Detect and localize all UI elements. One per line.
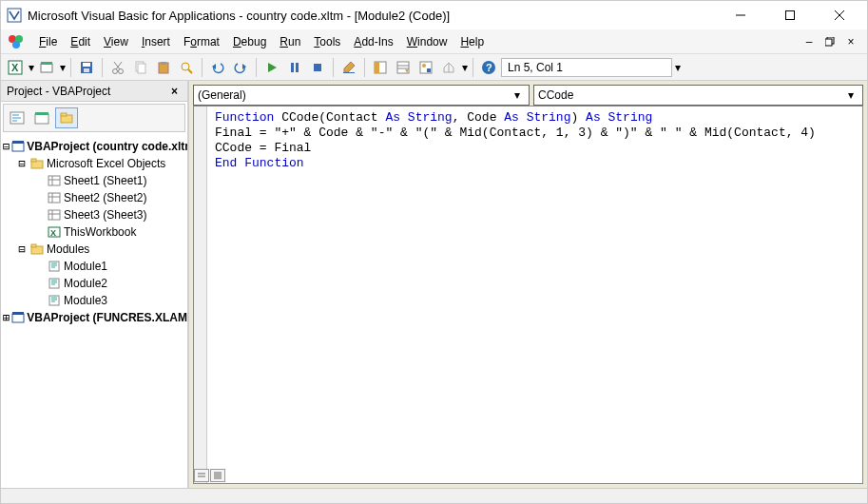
chevron-down-icon[interactable]: ▾	[843, 88, 858, 102]
copy-icon[interactable]	[130, 57, 151, 78]
svg-rect-22	[138, 64, 145, 73]
project-tree[interactable]: ⊟ VBAProject (country code.xltm) ⊟ Micro…	[1, 134, 187, 488]
app-icon	[7, 8, 22, 23]
project-icon	[11, 311, 25, 324]
menu-view[interactable]: View	[98, 31, 134, 52]
menu-help[interactable]: Help	[454, 31, 490, 52]
vba-icon	[7, 32, 26, 51]
tree-module2[interactable]: Module2	[1, 275, 187, 292]
project-explorer: Project - VBAProject × ⊟ VBAProject (cou…	[1, 81, 189, 488]
project-explorer-icon[interactable]	[370, 57, 391, 78]
svg-rect-24	[161, 62, 166, 65]
svg-rect-16	[84, 68, 89, 72]
svg-rect-32	[314, 64, 321, 71]
insert-userform-icon[interactable]	[36, 57, 57, 78]
undo-icon[interactable]	[207, 57, 228, 78]
menu-edit[interactable]: Edit	[65, 31, 96, 52]
view-code-icon[interactable]	[6, 107, 29, 128]
tree-module3[interactable]: Module3	[1, 292, 187, 309]
code-area: (General) ▾ CCode ▾ Function CCode(Conta…	[189, 81, 867, 488]
properties-icon[interactable]	[393, 57, 414, 78]
menu-file[interactable]: File	[33, 31, 63, 52]
paste-icon[interactable]	[153, 57, 174, 78]
redo-icon[interactable]	[230, 57, 251, 78]
menu-window[interactable]: Window	[401, 31, 453, 52]
svg-rect-36	[375, 62, 379, 73]
procedure-dropdown[interactable]: CCode ▾	[533, 85, 863, 106]
object-browser-icon[interactable]	[415, 57, 436, 78]
project-toolbar	[3, 104, 185, 132]
run-icon[interactable]	[261, 57, 282, 78]
svg-text:X: X	[50, 228, 56, 238]
project-panel-label: Project - VBAProject	[7, 85, 110, 98]
tree-sheet1[interactable]: Sheet1 (Sheet1)	[1, 172, 187, 189]
svg-text:?: ?	[486, 62, 492, 73]
object-dropdown[interactable]: (General) ▾	[193, 85, 530, 106]
mdi-restore-button[interactable]	[821, 34, 839, 49]
svg-marker-33	[344, 62, 355, 72]
tree-thisworkbook[interactable]: X ThisWorkbook	[1, 223, 187, 241]
chevron-down-icon[interactable]: ▾	[510, 88, 525, 102]
svg-line-26	[188, 69, 192, 73]
find-icon[interactable]	[176, 57, 197, 78]
tree-module1[interactable]: Module1	[1, 258, 187, 275]
menu-run[interactable]: Run	[274, 31, 306, 52]
svg-point-25	[182, 63, 189, 70]
svg-rect-52	[35, 112, 48, 115]
mdi-minimize-button[interactable]: –	[800, 34, 818, 49]
maximize-button[interactable]	[768, 1, 812, 29]
break-icon[interactable]	[284, 57, 305, 78]
menu-debug[interactable]: Debug	[227, 31, 272, 52]
module-icon	[47, 260, 62, 273]
minimize-button[interactable]	[719, 1, 762, 29]
view-excel-icon[interactable]: X	[5, 57, 26, 78]
save-icon[interactable]	[76, 57, 97, 78]
menu-format[interactable]: Format	[178, 31, 225, 52]
folder-icon	[29, 242, 45, 256]
menu-tools[interactable]: Tools	[308, 31, 346, 52]
dropdown-icon[interactable]: ▾	[461, 61, 468, 74]
tree-excel-objects[interactable]: ⊟ Microsoft Excel Objects	[1, 155, 187, 172]
design-mode-icon[interactable]	[338, 57, 359, 78]
full-module-view-button[interactable]	[210, 469, 225, 482]
svg-rect-13	[41, 62, 52, 65]
dropdown-icon[interactable]: ▾	[28, 61, 34, 74]
svg-text:X: X	[11, 62, 19, 73]
statusbar	[1, 488, 867, 503]
tree-root-vbaproject[interactable]: ⊟ VBAProject (country code.xltm)	[1, 138, 187, 155]
menu-insert[interactable]: Insert	[136, 31, 176, 52]
dropdown-icon[interactable]: ▾	[59, 61, 66, 74]
cut-icon[interactable]	[107, 57, 128, 78]
tree-sheet3[interactable]: Sheet3 (Sheet3)	[1, 206, 187, 223]
toggle-folders-icon[interactable]	[55, 107, 78, 128]
svg-rect-31	[296, 63, 299, 72]
procedure-view-button[interactable]	[194, 469, 209, 482]
window-title: Microsoft Visual Basic for Applications …	[28, 9, 713, 23]
svg-rect-30	[291, 63, 294, 72]
mdi-close-button[interactable]: ×	[842, 34, 859, 49]
toolbox-icon[interactable]	[438, 57, 459, 78]
help-icon[interactable]: ?	[478, 57, 499, 78]
svg-rect-85	[12, 312, 24, 315]
project-panel-close-icon[interactable]: ×	[167, 85, 182, 98]
close-button[interactable]	[818, 1, 861, 29]
code-text[interactable]: Function CCode(Contact As String, Code A…	[207, 107, 862, 483]
tree-sheet2[interactable]: Sheet2 (Sheet2)	[1, 189, 187, 206]
code-gutter	[194, 107, 207, 483]
menu-addins[interactable]: Add-Ins	[348, 31, 398, 52]
module-icon	[47, 294, 62, 307]
sheet-icon	[47, 191, 62, 204]
svg-rect-58	[31, 159, 36, 162]
dropdown-icon[interactable]: ▾	[674, 61, 681, 74]
view-object-icon[interactable]	[30, 107, 53, 128]
module-icon	[47, 277, 62, 290]
svg-point-18	[119, 68, 124, 73]
code-editor[interactable]: Function CCode(Contact As String, Code A…	[193, 106, 863, 484]
svg-rect-34	[343, 72, 355, 73]
tree-modules[interactable]: ⊟ Modules	[1, 241, 187, 258]
reset-icon[interactable]	[307, 57, 328, 78]
svg-rect-59	[48, 176, 60, 185]
toolbar: X ▾ ▾ ▾ ? Ln 5, Col 1 ▾	[1, 54, 867, 81]
tree-root-funcres[interactable]: ⊞ VBAProject (FUNCRES.XLAM)	[1, 309, 187, 326]
svg-point-42	[422, 64, 426, 68]
